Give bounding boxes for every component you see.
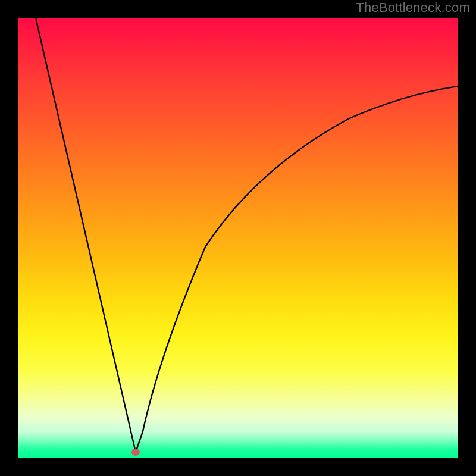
optimum-marker: [131, 449, 140, 456]
chart-frame: TheBottleneck.com: [0, 0, 476, 476]
curve-path: [36, 18, 458, 452]
plot-area: [18, 18, 458, 458]
bottleneck-curve: [18, 18, 458, 458]
watermark: TheBottleneck.com: [356, 0, 470, 15]
